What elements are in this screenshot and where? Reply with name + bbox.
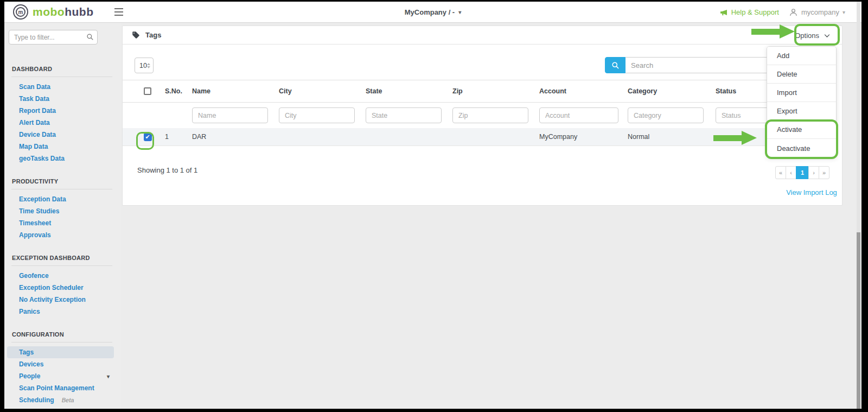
filter-cell [448, 107, 535, 123]
sidebar-item-devices[interactable]: Devices [7, 358, 114, 370]
tag-icon [132, 31, 140, 39]
filter-input-city[interactable] [279, 107, 355, 123]
filter-cell [275, 107, 361, 123]
company-switcher-dropdown[interactable]: MyCompany / - ▾ [405, 2, 462, 23]
filter-input-state[interactable] [366, 107, 442, 123]
sidebar-item-exception-data[interactable]: Exception Data [7, 193, 114, 205]
sidebar-item-label: Scheduling [19, 396, 54, 404]
search-button[interactable] [605, 57, 626, 73]
sidebar-item-label: Task Data [19, 95, 49, 103]
sidebar-item-approvals[interactable]: Approvals [7, 229, 114, 241]
sidebar-item-report-data[interactable]: Report Data [7, 105, 114, 117]
spinner-arrows-icon[interactable] [147, 63, 150, 68]
table-header-row: S.No.NameCityStateZipAccountCategoryStat… [123, 80, 835, 103]
sidebar-item-label: Report Data [19, 107, 56, 115]
filter-cell [188, 107, 275, 123]
filter-input-name[interactable] [192, 107, 268, 123]
help-support-link[interactable]: Help & Support [719, 8, 779, 17]
view-import-log-link[interactable]: View Import Log [774, 188, 850, 197]
chevron-down-icon: ▾ [458, 9, 461, 15]
scrollbar-thumb[interactable] [857, 232, 860, 409]
sidebar-item-time-studies[interactable]: Time Studies [7, 205, 114, 217]
sidebar-item-people[interactable]: People▾ [7, 370, 114, 382]
chevron-down-icon [823, 31, 831, 40]
cell-sno: 1 [161, 133, 188, 141]
sidebar-item-label: Timesheet [19, 219, 51, 227]
app-logo[interactable]: m mobohubb [13, 4, 93, 20]
panel-header: Tags Options [123, 26, 842, 45]
column-header-account[interactable]: Account [535, 87, 623, 95]
column-header-zip[interactable]: Zip [448, 87, 535, 95]
sidebar-item-alert-data[interactable]: Alert Data [7, 117, 114, 129]
page-nav-button[interactable]: › [808, 166, 819, 179]
filter-cell [535, 107, 623, 123]
section-divider [11, 265, 112, 266]
sidebar-filter-input[interactable] [9, 30, 98, 45]
menu-item-deactivate[interactable]: Deactivate [767, 139, 836, 157]
page-number-current[interactable]: 1 [796, 166, 809, 179]
sidebar-item-label: Exception Scheduler [19, 284, 84, 291]
user-menu-dropdown[interactable]: mycompany ▾ [789, 8, 845, 17]
sidebar-item-tasks[interactable]: Tasks [7, 406, 114, 409]
filter-input-status[interactable] [716, 107, 774, 123]
column-header-s-no[interactable]: S.No. [161, 87, 188, 95]
sidebar-item-label: Alert Data [19, 119, 50, 126]
page-nav-button[interactable]: » [819, 166, 829, 179]
page-size-selector[interactable]: 10 [135, 58, 154, 73]
menu-item-export[interactable]: Export [767, 102, 836, 121]
search-icon [611, 61, 620, 69]
row-checkbox[interactable]: ✔ [144, 133, 152, 141]
table-row[interactable]: ✔1DARMyCompanyNormal [123, 128, 835, 146]
menu-item-activate[interactable]: Activate [767, 121, 836, 139]
menu-item-add[interactable]: Add [767, 47, 836, 65]
filter-input-category[interactable] [628, 107, 704, 123]
sidebar-item-scheduling[interactable]: SchedulingBeta [7, 394, 114, 406]
top-header: m mobohubb MyCompany / - ▾ Help & Suppor… [4, 2, 861, 23]
filter-input-zip[interactable] [452, 107, 528, 123]
sidebar-item-tags[interactable]: Tags [7, 346, 114, 358]
table-filter-row [123, 103, 835, 128]
sidebar-item-geotasks-data[interactable]: geoTasks Data [7, 153, 114, 164]
page-nav-button[interactable]: ‹ [786, 166, 796, 179]
sidebar-item-panics[interactable]: Panics [7, 306, 114, 318]
search-icon [86, 33, 94, 41]
sidebar-item-label: Map Data [19, 143, 48, 150]
user-icon [789, 8, 798, 17]
sidebar-item-task-data[interactable]: Task Data [7, 93, 114, 105]
options-button[interactable]: Options [788, 28, 838, 43]
sidebar-item-scan-point-management[interactable]: Scan Point Management [7, 382, 114, 394]
filter-input-account[interactable] [539, 107, 618, 123]
page-nav-button[interactable]: « [775, 166, 786, 179]
column-header-category[interactable]: Category [623, 87, 711, 95]
sidebar-item-label: Approvals [19, 231, 51, 239]
sidebar-item-timesheet[interactable]: Timesheet [7, 217, 114, 229]
select-all-checkbox[interactable] [144, 87, 151, 95]
logo-text-hubb: hubb [65, 5, 93, 18]
sidebar-item-no-activity-exception[interactable]: No Activity Exception [7, 294, 114, 306]
logo-text-mobo: mobo [33, 5, 65, 18]
sidebar-item-label: Tasks [19, 408, 37, 409]
sidebar-item-exception-scheduler[interactable]: Exception Scheduler [7, 282, 114, 294]
sidebar-item-device-data[interactable]: Device Data [7, 129, 114, 141]
sidebar-item-map-data[interactable]: Map Data [7, 141, 114, 153]
tags-table: S.No.NameCityStateZipAccountCategoryStat… [123, 80, 835, 146]
column-header-state[interactable]: State [361, 87, 448, 95]
cell-account: MyCompany [535, 133, 623, 141]
filter-cell [623, 107, 711, 123]
sidebar: DASHBOARDScan DataTask DataReport DataAl… [4, 23, 121, 409]
sidebar-item-label: geoTasks Data [19, 155, 65, 162]
sidebar-item-scan-data[interactable]: Scan Data [7, 81, 114, 93]
column-header-name[interactable]: Name [188, 87, 275, 95]
page-size-value: 10 [135, 62, 147, 69]
section-divider [11, 189, 112, 189]
user-menu-label: mycompany [801, 8, 839, 16]
sidebar-item-label: Scan Point Management [19, 384, 94, 392]
sidebar-item-geofence[interactable]: Geofence [7, 270, 114, 282]
hamburger-menu-icon[interactable] [114, 8, 123, 16]
checkbox-wrap: ✔ [140, 129, 156, 145]
menu-item-delete[interactable]: Delete [767, 65, 836, 84]
column-header-city[interactable]: City [275, 87, 361, 95]
sidebar-item-label: No Activity Exception [19, 296, 86, 303]
menu-item-import[interactable]: Import [767, 84, 836, 102]
sidebar-item-label: Geofence [19, 272, 49, 280]
